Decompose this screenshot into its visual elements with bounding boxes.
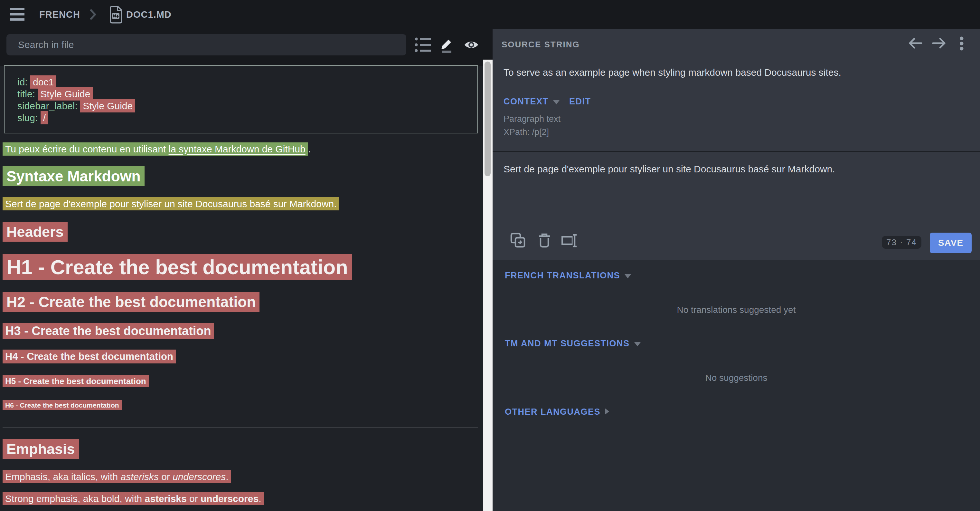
source-string-frontmatter-id[interactable]: doc1 [30,75,56,89]
delete-translation-button[interactable] [538,233,551,249]
pencil-icon [440,37,453,53]
context-xpath: XPath: /p[2] [504,127,549,137]
chevron-right-icon [605,408,609,415]
strong-text: or [187,493,200,504]
copy-icon [510,233,526,248]
eye-icon [464,40,479,50]
frontmatter-row: title: Style Guide [18,89,93,99]
other-languages-toggle[interactable]: OTHER LANGUAGES [505,407,609,417]
breadcrumb-chevron-icon [89,9,97,20]
tm-suggestions-toggle[interactable]: TM AND MT SUGGESTIONS [505,339,641,349]
heading-h6: H6 - Create the best documentation [3,401,122,409]
heading-headers: Headers [3,224,68,240]
heading-emphasis: Emphasis [3,441,79,458]
text-cursor-icon [562,233,578,248]
chevron-down-icon [634,342,641,347]
frontmatter-key: sidebar_label: [18,101,80,111]
frontmatter-row: id: doc1 [18,77,56,88]
other-languages-label: OTHER LANGUAGES [505,407,600,417]
frontmatter-key: title: [18,89,38,99]
source-string-h6[interactable]: H6 - Create the best documentation [3,400,122,410]
next-string-button[interactable] [932,37,947,50]
frontmatter-key: id: [18,77,30,87]
french-translations-toggle[interactable]: FRENCH TRANSLATIONS [505,271,631,281]
scrollbar-track[interactable] [483,60,493,511]
source-string-frontmatter-sidebar-label[interactable]: Style Guide [80,99,135,112]
source-string-intro[interactable]: Tu peux écrire du contenu en utilisant l… [3,142,308,156]
heading-syntax-markdown: Syntaxe Markdown [3,168,145,185]
save-button[interactable]: SAVE [930,233,972,253]
paragraph-intro: Tu peux écrire du contenu en utilisant l… [3,144,311,155]
edit-context-link[interactable]: EDIT [569,97,591,106]
trash-icon [538,233,551,248]
panel-divider [493,151,980,152]
heading-h4: H4 - Create the best documentation [3,351,176,362]
list-icon [414,36,431,53]
frontmatter-row: sidebar_label: Style Guide [18,101,135,112]
search-input[interactable] [6,34,406,56]
hamburger-menu-button[interactable] [10,8,24,22]
arrow-right-icon [932,37,947,49]
strings-list-view-button[interactable] [414,36,431,54]
frontmatter-key: slug: [18,112,41,123]
frontmatter-row: slug: / [18,112,48,123]
french-translations-label: FRENCH TRANSLATIONS [505,271,620,280]
previous-string-button[interactable] [907,37,923,50]
source-string-section-headers[interactable]: Headers [3,222,68,242]
paragraph-emphasis: Emphasis, aka italics, with asterisks or… [3,471,231,482]
source-string-h3[interactable]: H3 - Create the best documentation [3,323,214,339]
markdown-file-icon [109,5,123,24]
source-string-frontmatter-title[interactable]: Style Guide [38,87,93,101]
heading-h3: H3 - Create the best documentation [3,324,214,338]
paragraph-strong: Strong emphasis, aka bold, with asterisk… [3,493,264,504]
select-text-button[interactable] [562,233,578,249]
translation-side-panel: SOURCE STRING To serve as an example pag… [493,29,980,511]
paragraph-active: Sert de page d'exemple pour styliser un … [3,198,339,209]
strong-text: Strong emphasis, aka bold, with [5,493,145,504]
horizontal-rule [3,428,478,428]
source-string-h5[interactable]: H5 - Create the best documentation [3,375,149,387]
tm-empty-state: No suggestions [493,373,980,383]
source-string-section-emphasis[interactable]: Emphasis [3,439,79,459]
chevron-down-icon [553,100,560,104]
source-string-h1[interactable]: H1 - Create the best documentation [3,254,352,280]
translation-input[interactable]: Sert de page d'exemple pour styliser un … [504,164,835,175]
context-type: Paragraph text [504,114,560,124]
strong-bold-2: underscores [200,493,259,504]
heading-h5: H5 - Create the best documentation [3,376,149,386]
source-string-h4[interactable]: H4 - Create the best documentation [3,350,176,363]
breadcrumb-file[interactable]: DOC1.MD [126,10,172,20]
strong-bold-1: asterisks [145,493,187,504]
intro-link[interactable]: la syntaxe Markdown de GitHub [169,144,305,154]
tm-suggestions-label: TM AND MT SUGGESTIONS [505,339,630,348]
strong-text: . [259,493,261,504]
intro-period: . [308,144,311,154]
copy-source-button[interactable] [510,233,526,249]
source-string-active[interactable]: Sert de page d'exemple pour styliser un … [3,197,339,211]
emphasis-text: or [159,471,173,482]
emphasis-text: Emphasis, aka italics, with [5,471,120,482]
translations-empty-state: No translations suggested yet [493,305,980,315]
suggestions-area: FRENCH TRANSLATIONS No translations sugg… [493,260,980,511]
more-options-button[interactable] [959,36,964,52]
crowdin-editor: FRENCH DOC1.MD [0,0,980,511]
source-string-strong[interactable]: Strong emphasis, aka bold, with asterisk… [3,492,264,505]
source-string-emphasis[interactable]: Emphasis, aka italics, with asterisks or… [3,470,231,483]
source-string-frontmatter-slug[interactable]: / [41,111,48,125]
arrow-left-icon [907,37,923,49]
edit-mode-button[interactable] [436,34,457,56]
source-string-section-markdown[interactable]: Syntaxe Markdown [3,166,145,186]
frontmatter-box: id: doc1 title: Style Guide sidebar_labe… [4,65,478,133]
source-string-label: SOURCE STRING [501,40,580,50]
scrollbar-thumb[interactable] [485,62,491,176]
intro-text: Tu peux écrire du contenu en utilisant [5,144,169,154]
source-string-h2[interactable]: H2 - Create the best documentation [3,292,259,312]
kebab-menu-icon [959,36,964,51]
top-bar: FRENCH DOC1.MD [0,0,980,29]
context-toggle[interactable]: CONTEXT [504,97,549,106]
breadcrumb-project[interactable]: FRENCH [39,10,80,20]
heading-h2: H2 - Create the best documentation [3,293,259,311]
emphasis-italic-2: underscores [173,471,226,482]
preview-mode-button[interactable] [461,34,482,56]
context-row: CONTEXT EDIT [504,97,591,107]
